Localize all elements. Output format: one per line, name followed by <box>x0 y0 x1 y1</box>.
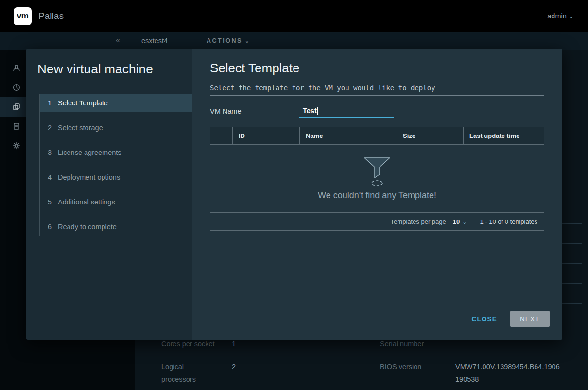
detail-label: Logical processors <box>161 360 208 386</box>
list-icon <box>13 122 20 130</box>
template-table-empty-state: We couldn't find any Template! <box>210 145 544 213</box>
step-deployment-options[interactable]: 4 Deployment options <box>40 168 192 187</box>
vm-icon <box>13 103 20 111</box>
user-menu[interactable]: admin⌄ <box>547 12 573 20</box>
wizard-title: New virtual machine <box>37 62 192 77</box>
vm-name-row: VM Name Test <box>210 106 544 118</box>
chevron-down-icon: ⌄ <box>569 14 573 19</box>
per-page-value: 10 <box>453 218 460 225</box>
detail-label: BIOS version <box>380 360 455 386</box>
user-icon <box>13 64 20 72</box>
empty-filter-icon <box>363 156 391 187</box>
app-header: vm Pallas admin⌄ <box>0 0 588 32</box>
detail-value: VMW71.00V.13989454.B64.1906190538 <box>455 360 562 386</box>
template-table-pagination: Templates per page 10⌄ 1 - 10 of 0 templ… <box>210 213 544 230</box>
background-table-border <box>575 204 575 335</box>
divider <box>473 216 473 227</box>
column-last-update: Last update time <box>463 127 544 144</box>
per-page-label: Templates per page <box>391 218 446 225</box>
detail-row: Logical processors 2 <box>141 356 352 390</box>
template-table: ID Name Size Last update time We couldn'… <box>210 127 544 231</box>
chevron-down-icon: ⌄ <box>462 219 467 225</box>
vmware-logo: vm <box>14 7 32 25</box>
actions-label: ACTIONS <box>207 37 242 44</box>
actions-menu[interactable]: ACTIONS⌄ <box>207 32 250 50</box>
wizard-actions: CLOSE NEXT <box>471 311 550 327</box>
vm-name-label: VM Name <box>210 107 299 118</box>
text-cursor <box>317 107 318 115</box>
empty-message: We couldn't find any Template! <box>318 190 436 201</box>
close-button[interactable]: CLOSE <box>471 315 497 322</box>
template-table-header: ID Name Size Last update time <box>210 127 544 145</box>
step-ready-to-complete[interactable]: 6 Ready to complete <box>40 218 192 236</box>
wizard-content: Select Template Select the template for … <box>192 49 562 340</box>
clock-icon <box>13 84 20 91</box>
background-table-rows <box>562 204 582 335</box>
per-page-select[interactable]: 10⌄ <box>453 218 467 225</box>
step-select-template[interactable]: 1 Select Template <box>40 94 192 112</box>
chevron-down-icon: ⌄ <box>245 38 251 44</box>
detail-row: BIOS version VMW71.00V.13989454.B64.1906… <box>364 356 575 390</box>
host-tab[interactable]: esxtest4 <box>135 32 193 50</box>
step-additional-settings[interactable]: 5 Additional settings <box>40 193 192 211</box>
column-name: Name <box>299 127 397 144</box>
wizard-steps: 1 Select Template 2 Select storage 3 Lic… <box>39 94 192 236</box>
background-cpu-details: Cores per socket 1 Logical processors 2 <box>141 333 352 390</box>
step-license-agreements[interactable]: 3 License agreements <box>40 143 192 162</box>
background-bios-details: Serial number BIOS version VMW71.00V.139… <box>364 333 575 390</box>
checkbox-column <box>210 127 232 144</box>
pagination-range: 1 - 10 of 0 templates <box>480 218 537 225</box>
user-menu-label: admin <box>547 12 567 20</box>
collapse-sidebar-icon[interactable]: « <box>116 36 119 45</box>
vm-name-input[interactable]: Test <box>299 106 394 118</box>
page-title: Select Template <box>210 61 544 76</box>
step-select-storage[interactable]: 2 Select storage <box>40 119 192 137</box>
wizard-steps-panel: New virtual machine 1 Select Template 2 … <box>26 49 192 340</box>
column-id: ID <box>232 127 299 144</box>
next-button[interactable]: NEXT <box>510 311 550 327</box>
vm-name-value: Test <box>303 107 317 115</box>
app-name: Pallas <box>38 11 64 21</box>
detail-value: 2 <box>232 360 339 386</box>
toolbar: « esxtest4 ACTIONS⌄ <box>0 32 588 50</box>
gear-icon <box>13 142 20 150</box>
column-size: Size <box>397 127 463 144</box>
page-subtitle: Select the template for the VM you would… <box>210 84 544 96</box>
new-vm-wizard: New virtual machine 1 Select Template 2 … <box>26 49 562 340</box>
